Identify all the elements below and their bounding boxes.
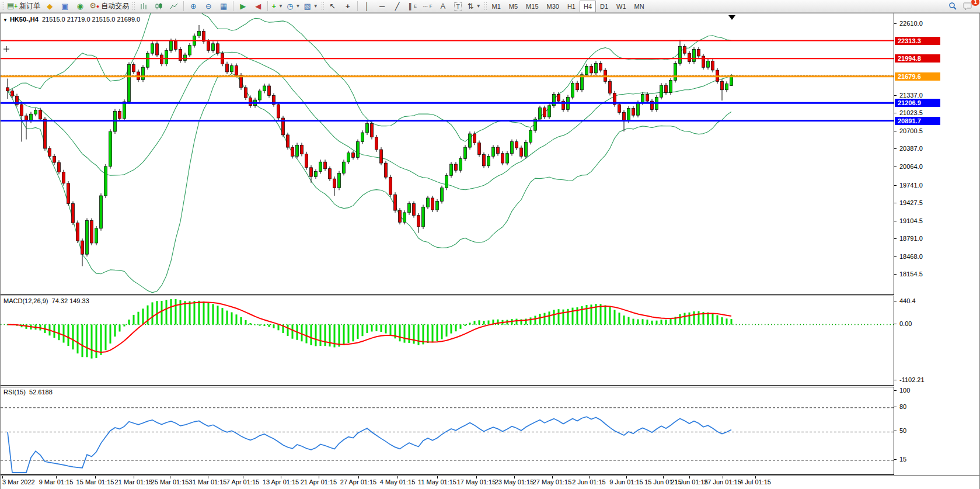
charts-button[interactable]: ◆ — [42, 1, 57, 12]
mt4-terminal: ▤+ 新订单 ◆ ▣ ◉ ⚙● 自动交易 ⊕ ⊖ ▦ ▶ ◀ +▼ ◷▼ ▧▼ … — [0, 0, 980, 489]
axis-tick — [894, 390, 897, 391]
rsi-pane[interactable]: RSI(15) 52.6188 — [1, 387, 894, 475]
price-level-badge: 22313.3 — [895, 37, 940, 45]
toolbar-drag-handle[interactable] — [484, 2, 487, 11]
signals-button[interactable]: ◉ — [72, 1, 88, 12]
axis-tick — [894, 431, 897, 431]
axis-tick — [894, 238, 897, 239]
tab-timeframe-D1[interactable]: D1 — [596, 1, 612, 12]
fibonacci-icon: ┄ — [423, 1, 428, 12]
axis-tick — [894, 113, 897, 113]
axis-tick — [894, 185, 897, 186]
profile-icon: ▣ — [61, 1, 68, 12]
axis-tick — [894, 167, 897, 167]
toolbar-drag-handle[interactable] — [132, 2, 135, 11]
zoom-in-button[interactable]: ⊕ — [186, 1, 201, 12]
tab-timeframe-H4[interactable]: H4 — [580, 1, 596, 12]
price-axis[interactable]: 22610.021337.021023.520700.520387.020064… — [894, 13, 979, 476]
tab-timeframe-H1[interactable]: H1 — [563, 1, 580, 12]
tab-timeframe-M15[interactable]: M15 — [522, 1, 542, 12]
time-tick-label: 15 Mar 01:15 — [76, 478, 114, 485]
axis-tick — [894, 221, 897, 221]
vertical-line-icon: │ — [365, 1, 369, 12]
object-anchor-icon — [4, 46, 9, 52]
periods-clock-icon: ◷ — [287, 1, 293, 12]
time-tick-label: 4 May 01:15 — [380, 478, 416, 485]
price-tick-label: 19427.5 — [899, 199, 923, 206]
price-level-badge: 21206.9 — [895, 99, 940, 107]
tab-timeframe-W1[interactable]: W1 — [612, 1, 630, 12]
chart-title: ▼HK50-,H4 21515.0 21719.0 21515.0 21699.… — [3, 16, 140, 23]
tab-timeframe-M5[interactable]: M5 — [505, 1, 522, 12]
price-tick-label: 18791.0 — [899, 235, 923, 242]
label-icon: T — [454, 2, 462, 11]
templates-button[interactable]: ▧▼ — [302, 1, 320, 12]
main-chart-pane[interactable]: ▼HK50-,H4 21515.0 21719.0 21515.0 21699.… — [1, 13, 894, 295]
macd-canvas[interactable] — [1, 296, 894, 385]
arrows-icon: ⇅ — [468, 1, 474, 12]
axis-tick — [894, 301, 897, 301]
line-chart-button[interactable] — [166, 1, 182, 12]
time-axis[interactable]: 3 Mar 20229 Mar 01:1515 Mar 01:1521 Mar … — [1, 476, 979, 489]
macd-tick-label: 440.4 — [899, 297, 916, 304]
price-tick-label: 19104.5 — [899, 217, 923, 224]
channel-button[interactable]: ∥E — [405, 1, 420, 12]
price-tick-label: 19741.0 — [899, 182, 923, 189]
channel-sub-label: E — [414, 4, 417, 9]
trendline-button[interactable]: ╱ — [390, 1, 405, 12]
profile-button[interactable]: ▣ — [57, 1, 72, 12]
horizontal-line-button[interactable]: ─ — [375, 1, 390, 12]
time-tick-label: 23 May 01:15 — [495, 478, 534, 485]
templates-icon: ▧ — [304, 1, 311, 12]
toolbar-separator — [183, 1, 184, 11]
toolbar-separator — [267, 1, 268, 11]
periods-button[interactable]: ◷▼ — [285, 1, 302, 12]
time-tick-label: 9 Jun 01:15 — [609, 478, 643, 485]
autotrade-button[interactable]: ⚙● 自动交易 — [88, 1, 131, 12]
vertical-line-button[interactable]: │ — [360, 1, 375, 12]
crosshair-icon: + — [346, 1, 350, 12]
collapse-icon[interactable]: ▼ — [3, 18, 8, 23]
price-tick-label: 18154.5 — [899, 270, 923, 278]
time-tick-label: 21 Jun 01:15 — [671, 478, 708, 485]
new-order-icon: ▤+ — [7, 0, 18, 12]
auto-scroll-button[interactable]: ▶ — [235, 1, 250, 12]
label-button[interactable]: T — [451, 1, 466, 12]
rsi-canvas[interactable] — [1, 387, 894, 474]
chat-button[interactable]: 1 — [960, 1, 975, 12]
price-tick-label: 21023.5 — [899, 109, 923, 116]
chevron-down-icon: ▼ — [278, 4, 283, 9]
tab-timeframe-M30[interactable]: M30 — [543, 1, 563, 12]
tab-timeframe-MN[interactable]: MN — [630, 1, 648, 12]
toolbar-drag-handle[interactable] — [1, 2, 4, 11]
fibonacci-button[interactable]: ┄F — [420, 1, 435, 12]
symbol-label: HK50-,H4 — [10, 16, 39, 23]
time-tick-label: 4 Jul 01:15 — [740, 478, 771, 485]
candle-chart-button[interactable] — [151, 1, 166, 12]
chart-shift-button[interactable]: ◀ — [250, 1, 266, 12]
macd-pane[interactable]: MACD(12,26,9) 74.32 149.33 — [1, 296, 894, 386]
axis-tick — [894, 131, 897, 131]
new-order-button[interactable]: ▤+ 新订单 — [5, 1, 42, 12]
price-chart-canvas[interactable] — [1, 13, 894, 294]
tab-timeframe-M1[interactable]: M1 — [488, 1, 505, 12]
chevron-down-icon: ▼ — [476, 4, 481, 9]
axis-tick — [894, 148, 897, 149]
text-button[interactable]: A — [435, 1, 451, 12]
axis-tick — [894, 459, 897, 460]
macd-tick-label: 0.00 — [899, 320, 912, 327]
search-button[interactable] — [945, 1, 960, 12]
zoom-out-button[interactable]: ⊖ — [201, 1, 216, 12]
fibo-sub-label: F — [430, 4, 433, 9]
bar-chart-button[interactable] — [136, 1, 151, 12]
toolbar-drag-handle[interactable] — [321, 2, 324, 11]
tile-windows-button[interactable]: ▦ — [216, 1, 231, 12]
chevron-down-icon: ▼ — [313, 4, 318, 9]
crosshair-button[interactable]: + — [340, 1, 355, 12]
indicators-button[interactable]: +▼ — [270, 1, 285, 12]
time-tick-label: 27 Apr 01:15 — [340, 478, 376, 485]
price-level-badge: 21994.8 — [895, 54, 940, 63]
axis-tick — [894, 256, 897, 257]
arrows-button[interactable]: ⇅▼ — [466, 1, 483, 12]
cursor-button[interactable]: ↖ — [325, 1, 340, 12]
